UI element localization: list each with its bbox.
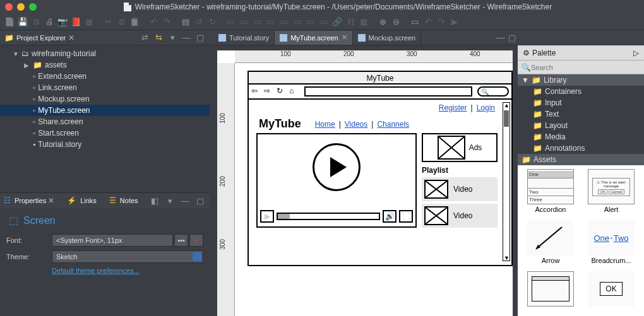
tree-file-link[interactable]: ▫Link.screen	[0, 82, 210, 93]
play-icon[interactable]: ▶	[449, 16, 460, 28]
new-icon[interactable]: 📄	[4, 16, 15, 28]
theme-prefs-link[interactable]: Default theme preferences...	[52, 267, 140, 274]
palette-group-layout[interactable]: 📁Layout	[518, 120, 644, 131]
group6-icon[interactable]: ▭	[292, 16, 303, 28]
register-link[interactable]: Register	[439, 103, 467, 112]
palette-group-input[interactable]: 📁Input	[518, 97, 644, 108]
group8-icon[interactable]: ▭	[318, 16, 330, 28]
table-icon[interactable]: ▦	[83, 16, 95, 28]
font-clear-button[interactable]: ✕	[189, 234, 203, 247]
mockup-title[interactable]: MyTube	[249, 72, 511, 85]
mockup-logo[interactable]: MyTube	[259, 117, 301, 131]
group2-icon[interactable]: ▭	[239, 16, 250, 28]
palette-search[interactable]: 🔍	[518, 61, 644, 74]
player-fullscreen-icon[interactable]: ⛶	[399, 210, 413, 223]
forward-icon[interactable]: ⇨	[264, 86, 274, 97]
tab-mockup[interactable]: Mockup.screen	[353, 31, 422, 45]
playlist-title[interactable]: Playlist	[422, 166, 498, 175]
play-button-icon[interactable]	[313, 143, 361, 191]
palette-group-text[interactable]: 📁Text	[518, 108, 644, 120]
player-volume-icon[interactable]: 🔊	[383, 210, 397, 223]
theme-select[interactable]: Sketch	[52, 250, 203, 263]
zoom-in-icon[interactable]: ⊕	[377, 16, 388, 28]
duplicate-icon[interactable]: ⧉	[116, 16, 127, 28]
close-icon[interactable]	[5, 3, 13, 11]
close-icon[interactable]: ✕	[48, 196, 54, 205]
links-tab[interactable]: Links	[80, 197, 97, 204]
tree-file-mytube[interactable]: ▫MyTube.screen	[0, 105, 210, 116]
notes-tab[interactable]: Notes	[120, 197, 138, 204]
mockup-video-player[interactable]: ▶ 🔊 ⛶	[256, 133, 417, 228]
mockup-url-field[interactable]	[304, 86, 472, 97]
mockup-search-field[interactable]: 🔍	[477, 86, 509, 97]
player-progress[interactable]	[277, 213, 380, 220]
grid-icon[interactable]: ▦	[358, 16, 369, 28]
palette-group-media[interactable]: 📁Media	[518, 131, 644, 143]
tree-file-share[interactable]: ▫Share.screen	[0, 116, 210, 127]
palette-item-arrow[interactable]: Arrow	[522, 220, 580, 269]
palette-item-accordion[interactable]: OneTwoThree Accordion	[522, 169, 580, 218]
minimize-view-icon[interactable]: —	[181, 32, 192, 44]
chevron-down-icon[interactable]: ▼	[13, 50, 19, 57]
palette-item-browser[interactable]	[522, 271, 580, 312]
group7-icon[interactable]: ▭	[305, 16, 316, 28]
mockup-scrollbar[interactable]	[503, 102, 510, 261]
nav-channels[interactable]: Channels	[377, 120, 409, 129]
palette-item-button[interactable]: OK	[582, 271, 640, 312]
props-toggle-icon[interactable]: ◧	[149, 195, 160, 206]
undo-icon[interactable]: ↶	[148, 16, 159, 28]
pdf-icon[interactable]: 📕	[70, 16, 81, 28]
editor-canvas[interactable]: 100 200 300 400 100 200 300 MyTube ⇦ ⇨ ↻…	[217, 50, 513, 316]
collapse-icon[interactable]: ⇄	[139, 32, 150, 44]
home-icon[interactable]: ⌂	[289, 86, 299, 97]
tree-file-extend[interactable]: ▫Extend.screen	[0, 71, 210, 82]
present-icon[interactable]: ▭	[409, 16, 420, 28]
reload-icon[interactable]: ↻	[277, 86, 287, 97]
nav-home[interactable]: Home	[315, 120, 335, 129]
maximize-view-icon[interactable]: ▢	[194, 195, 206, 206]
player-play-icon[interactable]: ▶	[260, 210, 274, 223]
palette-group-containers[interactable]: 📁Containers	[518, 86, 644, 97]
tab-tutorial[interactable]: Tutorial.story	[213, 31, 275, 45]
minimize-view-icon[interactable]: —	[179, 195, 191, 206]
maximize-editor-icon[interactable]: ▢	[506, 32, 518, 44]
rotate-left-icon[interactable]: ↺	[193, 16, 205, 28]
palette-search-input[interactable]	[531, 64, 640, 71]
minimize-icon[interactable]	[17, 3, 25, 11]
group1-icon[interactable]: ▭	[225, 16, 237, 28]
tree-file-start[interactable]: ▫Start.screen	[0, 127, 210, 139]
palette-collapse-icon[interactable]: ▷	[633, 49, 639, 57]
palette-group-assets[interactable]: 📁Assets	[518, 154, 644, 165]
mockup-ads-box[interactable]: Ads	[422, 133, 498, 162]
unlink-icon[interactable]: ⛓	[345, 16, 356, 28]
project-tree[interactable]: ▼ 🗂 wireframing-tutorial ▶ 📁 assets ▫Ext…	[0, 45, 210, 192]
playlist-item[interactable]: Video	[422, 204, 498, 228]
maximize-icon[interactable]	[29, 3, 37, 11]
palette-item-breadcrumb[interactable]: One›Two Breadcrum...	[582, 220, 640, 269]
maximize-view-icon[interactable]: ▢	[194, 32, 206, 44]
group5-icon[interactable]: ▭	[278, 16, 290, 28]
nav-videos[interactable]: Videos	[345, 120, 367, 129]
tab-mytube[interactable]: MyTube.screen✕	[275, 31, 352, 45]
group3-icon[interactable]: ▭	[252, 16, 263, 28]
playlist-item[interactable]: Video	[422, 177, 498, 201]
close-view-icon[interactable]: ✕	[68, 33, 75, 42]
font-input[interactable]	[52, 234, 173, 247]
close-tab-icon[interactable]: ✕	[342, 33, 347, 42]
align-icon[interactable]: ▤	[180, 16, 191, 28]
paste-icon[interactable]: 📋	[129, 16, 140, 28]
tree-folder-assets[interactable]: ▶ 📁 assets	[0, 59, 210, 71]
minimize-editor-icon[interactable]: —	[495, 32, 506, 44]
mockup-browser-window[interactable]: MyTube ⇦ ⇨ ↻ ⌂ 🔍 Register |	[247, 71, 513, 266]
zoom-out-icon[interactable]: ⊖	[390, 16, 402, 28]
palette-item-alert[interactable]: ⚠ This is an alert messageOKCancel Alert	[582, 169, 640, 218]
tree-file-mockup[interactable]: ▫Mockup.screen	[0, 93, 210, 105]
mockup-browser-toolbar[interactable]: ⇦ ⇨ ↻ ⌂ 🔍	[249, 85, 511, 100]
palette-group-library[interactable]: ▼📁Library	[518, 74, 644, 86]
group4-icon[interactable]: ▭	[265, 16, 277, 28]
rotate-right-icon[interactable]: ↻	[206, 16, 218, 28]
save-icon[interactable]: 💾	[17, 16, 28, 28]
back-icon[interactable]: ⇦	[251, 86, 261, 97]
tree-file-tutorial[interactable]: ▪Tutorial.story	[0, 139, 210, 150]
prev-icon[interactable]: ↶	[422, 16, 434, 28]
